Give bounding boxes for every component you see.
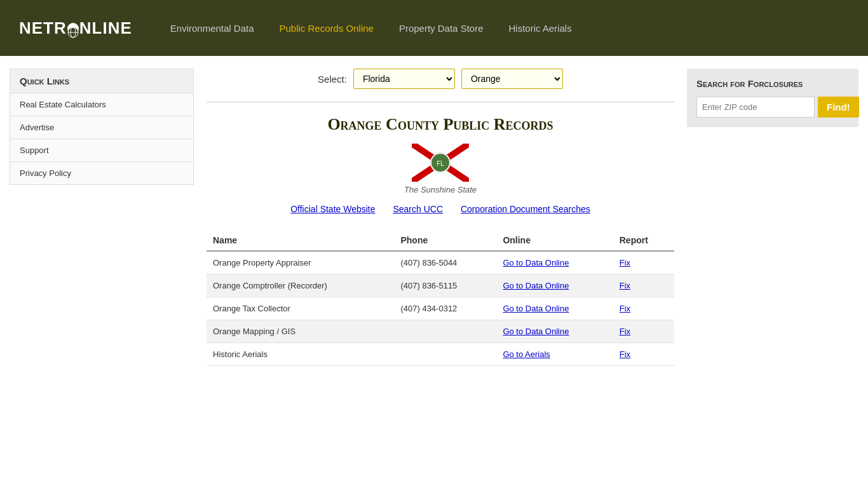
row-report-link-2[interactable]: Fix <box>620 304 630 313</box>
row-name-1: Orange Comptroller (Recorder) <box>207 274 394 297</box>
table-header-phone: Phone <box>394 230 496 251</box>
row-report-2: Fix <box>613 297 674 320</box>
corporation-document-searches-link[interactable]: Corporation Document Searches <box>461 204 590 214</box>
sidebar-item-privacy-policy[interactable]: Privacy Policy <box>10 162 194 185</box>
selector-row: Select: Florida Orange <box>207 69 674 89</box>
search-ucc-link[interactable]: Search UCC <box>393 204 443 214</box>
table-row: Orange Comptroller (Recorder)(407) 836-5… <box>207 274 674 297</box>
main-content: Select: Florida Orange Orange County Pub… <box>207 69 674 366</box>
table-row: Orange Property Appraiser(407) 836-5044G… <box>207 251 674 274</box>
table-header-name: Name <box>207 230 394 251</box>
official-state-website-link[interactable]: Official State Website <box>290 204 375 214</box>
row-report-link-3[interactable]: Fix <box>620 327 630 336</box>
state-select[interactable]: Florida <box>353 69 455 89</box>
foreclosure-title: Search for Forclosures <box>696 78 849 89</box>
row-online-4: Go to Aerials <box>496 343 613 366</box>
row-online-3: Go to Data Online <box>496 320 613 343</box>
nav-historic-aerials[interactable]: Historic Aerials <box>508 23 571 34</box>
find-button[interactable]: Find! <box>818 97 859 118</box>
row-report-3: Fix <box>613 320 674 343</box>
content-wrapper: Quick Links Real Estate Calculators Adve… <box>0 56 868 379</box>
main-nav: Environmental Data Public Records Online… <box>170 23 572 34</box>
table-body: Orange Property Appraiser(407) 836-5044G… <box>207 251 674 366</box>
row-report-link-0[interactable]: Fix <box>620 258 630 268</box>
nav-public-records-online[interactable]: Public Records Online <box>280 23 374 34</box>
row-name-0: Orange Property Appraiser <box>207 251 394 274</box>
sidebar-item-support[interactable]: Support <box>10 139 194 162</box>
svg-text:FL: FL <box>437 160 444 167</box>
sidebar: Quick Links Real Estate Calculators Adve… <box>10 69 194 366</box>
links-row: Official State Website Search UCC Corpor… <box>207 204 674 214</box>
row-report-1: Fix <box>613 274 674 297</box>
row-name-2: Orange Tax Collector <box>207 297 394 320</box>
state-flag: FL <box>412 144 469 182</box>
row-online-0: Go to Data Online <box>496 251 613 274</box>
row-report-link-1[interactable]: Fix <box>620 281 630 290</box>
nav-environmental-data[interactable]: Environmental Data <box>170 23 254 34</box>
sidebar-item-advertise[interactable]: Advertise <box>10 116 194 139</box>
table-header-online: Online <box>496 230 613 251</box>
table-row: Historic AerialsGo to AerialsFix <box>207 343 674 366</box>
row-phone-4 <box>394 343 496 366</box>
row-online-link-0[interactable]: Go to Data Online <box>503 258 569 268</box>
table-header-report: Report <box>613 230 674 251</box>
row-online-link-4[interactable]: Go to Aerials <box>503 349 550 359</box>
foreclosure-box: Search for Forclosures Find! <box>687 69 858 127</box>
sidebar-title: Quick Links <box>10 69 194 93</box>
flag-area: FL The Sunshine State <box>207 144 674 194</box>
right-sidebar: Search for Forclosures Find! <box>687 69 858 366</box>
table-row: Orange Mapping / GISGo to Data OnlineFix <box>207 320 674 343</box>
row-name-4: Historic Aerials <box>207 343 394 366</box>
header: NETR NLINE Environmental Data Public Rec… <box>0 0 868 56</box>
records-table: Name Phone Online Report Orange Property… <box>207 230 674 366</box>
row-online-2: Go to Data Online <box>496 297 613 320</box>
foreclosure-input-row: Find! <box>696 97 849 118</box>
table-row: Orange Tax Collector(407) 434-0312Go to … <box>207 297 674 320</box>
row-report-4: Fix <box>613 343 674 366</box>
site-logo[interactable]: NETR NLINE <box>19 18 132 38</box>
row-report-0: Fix <box>613 251 674 274</box>
county-title: Orange County Public Records <box>207 115 674 134</box>
selector-label: Select: <box>318 74 347 85</box>
row-online-link-3[interactable]: Go to Data Online <box>503 327 569 336</box>
zip-input[interactable] <box>696 97 815 118</box>
state-caption: The Sunshine State <box>207 185 674 194</box>
nav-property-data-store[interactable]: Property Data Store <box>399 23 484 34</box>
row-phone-2: (407) 434-0312 <box>394 297 496 320</box>
sidebar-item-real-estate-calculators[interactable]: Real Estate Calculators <box>10 93 194 116</box>
row-phone-3 <box>394 320 496 343</box>
row-online-1: Go to Data Online <box>496 274 613 297</box>
row-phone-1: (407) 836-5115 <box>394 274 496 297</box>
row-phone-0: (407) 836-5044 <box>394 251 496 274</box>
row-online-link-1[interactable]: Go to Data Online <box>503 281 569 290</box>
main-divider <box>207 102 674 102</box>
row-online-link-2[interactable]: Go to Data Online <box>503 304 569 313</box>
county-select[interactable]: Orange <box>461 69 563 89</box>
row-report-link-4[interactable]: Fix <box>620 349 630 359</box>
row-name-3: Orange Mapping / GIS <box>207 320 394 343</box>
